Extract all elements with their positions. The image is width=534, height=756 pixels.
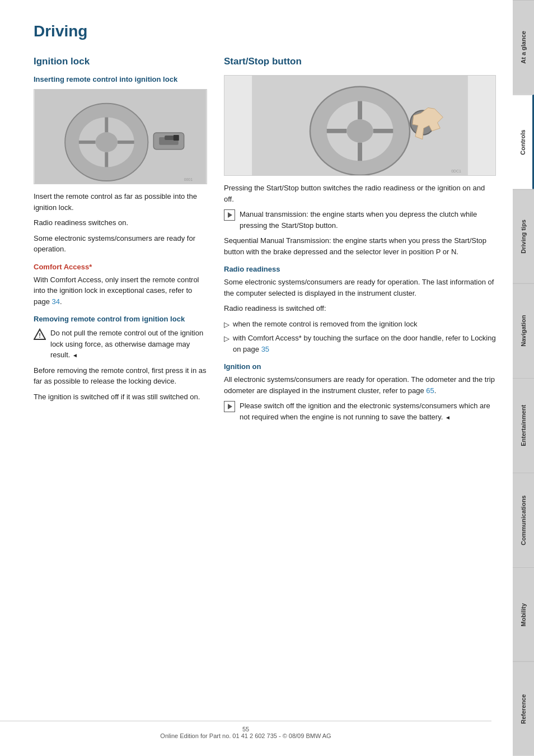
sequential-text: Sequential Manual Transmission: the engi…: [224, 235, 496, 257]
sidebar-tab-reference[interactable]: Reference: [513, 661, 534, 756]
manual-trans-block: Manual transmission: the engine starts w…: [224, 209, 496, 231]
comfort-access-section: Comfort Access* With Comfort Access, onl…: [34, 263, 207, 307]
start-stop-image: START STOP 0DC1: [224, 75, 496, 176]
warning-text: Do not pull the remote control out of th…: [50, 328, 207, 361]
before-removing: Before removing the remote control, firs…: [34, 365, 207, 387]
svg-text:0001: 0001: [184, 178, 193, 181]
removing-section: Removing remote control from ignition lo…: [34, 315, 207, 402]
removing-heading: Removing remote control from ignition lo…: [34, 315, 207, 323]
ignition-on-section: Ignition on All electronic systems/consu…: [224, 362, 496, 422]
radio-readiness-section: Radio readiness Some electronic systems/…: [224, 265, 496, 354]
comfort-access-link[interactable]: 34: [52, 297, 60, 306]
bullet-2-link[interactable]: 35: [261, 345, 269, 353]
pressing-text: Pressing the Start/Stop button switches …: [224, 183, 496, 204]
sidebar-tab-driving-tips[interactable]: Driving tips: [513, 189, 534, 284]
ignition-on-link[interactable]: 65: [426, 386, 434, 395]
play-icon-1: [228, 212, 232, 218]
sidebar-tab-entertainment[interactable]: Entertainment: [513, 378, 534, 473]
sidebar-tab-communications[interactable]: Communications: [513, 473, 534, 567]
radio-readiness-text: Some electronic systems/consumers are re…: [224, 277, 496, 298]
ignition-lock-heading: Ignition lock: [34, 56, 207, 67]
start-stop-heading: Start/Stop button: [224, 56, 496, 67]
radio-readiness-bullets: ▷ when the remote control is removed fro…: [224, 319, 496, 355]
manual-trans-text: Manual transmission: the engine starts w…: [240, 209, 496, 231]
sidebar-tab-mobility[interactable]: Mobility: [513, 567, 534, 662]
inserting-heading: Inserting remote control into ignition l…: [34, 75, 207, 83]
bullet-arrow-1: ▷: [224, 319, 229, 330]
warning-block: ! Do not pull the remote control out of …: [34, 328, 207, 361]
sidebar: At a glance Controls Driving tips Naviga…: [513, 0, 534, 756]
bullet-item-2: ▷ with Comfort Access* by touching the s…: [224, 333, 496, 354]
right-column: Start/Stop button: [224, 56, 496, 427]
svg-rect-10: [165, 136, 175, 140]
page-container: Driving Ignition lock Inserting remote c…: [0, 0, 534, 756]
svg-rect-11: [174, 135, 179, 141]
radio-readiness-1: Radio readiness switches on.: [34, 217, 207, 228]
comfort-access-heading: Comfort Access*: [34, 263, 207, 271]
radio-readiness-heading: Radio readiness: [224, 265, 496, 273]
page-title: Driving: [34, 22, 496, 40]
ignition-on-text: All electronic systems/consumers are rea…: [224, 374, 496, 396]
sidebar-tab-navigation[interactable]: Navigation: [513, 283, 534, 378]
page-number: 55: [242, 726, 249, 732]
svg-text:0DC1: 0DC1: [451, 169, 461, 173]
back-arrow-1: [72, 351, 78, 359]
radio-readiness-2: Some electronic systems/consumers are re…: [34, 233, 207, 255]
svg-text:!: !: [39, 332, 41, 339]
left-column: Ignition lock Inserting remote control i…: [34, 56, 207, 427]
ignition-lock-image: 0001: [34, 89, 207, 184]
svg-point-3: [96, 132, 118, 152]
sidebar-tab-controls[interactable]: Controls: [513, 95, 534, 189]
warning-icon: !: [34, 328, 46, 340]
svg-point-18: [346, 119, 373, 143]
page-footer: 55 Online Edition for Part no. 01 41 2 6…: [0, 721, 491, 739]
footer-text: Online Edition for Part no. 01 41 2 602 …: [160, 732, 331, 739]
back-arrow-2: [445, 413, 451, 421]
bullet-arrow-2: ▷: [224, 333, 229, 344]
radio-readiness-off: Radio readiness is switched off:: [224, 303, 496, 314]
inserting-para: Insert the remote control as far as poss…: [34, 191, 207, 213]
ignition-switched: The ignition is switched off if it was s…: [34, 391, 207, 403]
comfort-access-text: With Comfort Access, only insert the rem…: [34, 274, 207, 307]
note-text: Please switch off the ignition and the e…: [240, 400, 496, 422]
two-columns: Ignition lock Inserting remote control i…: [34, 56, 496, 427]
bullet-item-1: ▷ when the remote control is removed fro…: [224, 319, 496, 330]
note-icon-1: [224, 209, 235, 221]
sidebar-tab-at-a-glance[interactable]: At a glance: [513, 0, 534, 95]
note-icon-2: [224, 401, 235, 412]
note-block-2: Please switch off the ignition and the e…: [224, 400, 496, 422]
ignition-on-heading: Ignition on: [224, 362, 496, 371]
play-icon-2: [228, 404, 232, 409]
main-content: Driving Ignition lock Inserting remote c…: [0, 0, 513, 756]
